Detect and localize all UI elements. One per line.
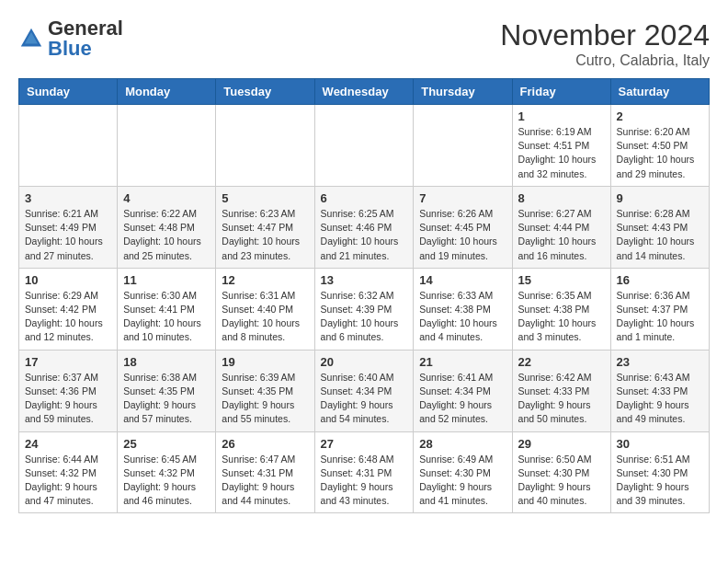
calendar-cell <box>216 105 314 187</box>
day-info: Sunrise: 6:29 AM Sunset: 4:42 PM Dayligh… <box>25 289 111 345</box>
calendar-cell: 11Sunrise: 6:30 AM Sunset: 4:41 PM Dayli… <box>118 268 216 350</box>
day-number: 5 <box>222 191 308 205</box>
page-header: General Blue November 2024 Cutro, Calabr… <box>18 18 710 69</box>
weekday-header: Saturday <box>610 79 709 105</box>
calendar-table: SundayMondayTuesdayWednesdayThursdayFrid… <box>18 78 710 513</box>
calendar-week-row: 10Sunrise: 6:29 AM Sunset: 4:42 PM Dayli… <box>19 268 710 350</box>
day-number: 9 <box>617 191 703 205</box>
calendar-week-row: 1Sunrise: 6:19 AM Sunset: 4:51 PM Daylig… <box>19 105 710 187</box>
weekday-header: Wednesday <box>314 79 414 105</box>
day-info: Sunrise: 6:25 AM Sunset: 4:46 PM Dayligh… <box>321 207 408 263</box>
calendar-cell: 17Sunrise: 6:37 AM Sunset: 4:36 PM Dayli… <box>19 350 118 431</box>
calendar-header-row: SundayMondayTuesdayWednesdayThursdayFrid… <box>19 79 710 105</box>
day-info: Sunrise: 6:36 AM Sunset: 4:37 PM Dayligh… <box>617 289 703 345</box>
calendar-cell: 16Sunrise: 6:36 AM Sunset: 4:37 PM Dayli… <box>610 268 709 350</box>
calendar-cell: 1Sunrise: 6:19 AM Sunset: 4:51 PM Daylig… <box>512 105 610 187</box>
day-info: Sunrise: 6:27 AM Sunset: 4:44 PM Dayligh… <box>518 207 605 263</box>
calendar-cell: 25Sunrise: 6:45 AM Sunset: 4:32 PM Dayli… <box>118 431 216 513</box>
calendar-cell: 3Sunrise: 6:21 AM Sunset: 4:49 PM Daylig… <box>19 186 118 268</box>
day-info: Sunrise: 6:51 AM Sunset: 4:30 PM Dayligh… <box>617 453 703 509</box>
day-number: 17 <box>25 355 111 369</box>
day-info: Sunrise: 6:48 AM Sunset: 4:31 PM Dayligh… <box>321 453 408 509</box>
day-info: Sunrise: 6:33 AM Sunset: 4:38 PM Dayligh… <box>419 289 506 345</box>
calendar-cell: 5Sunrise: 6:23 AM Sunset: 4:47 PM Daylig… <box>216 186 314 268</box>
day-info: Sunrise: 6:49 AM Sunset: 4:30 PM Dayligh… <box>419 453 506 509</box>
day-info: Sunrise: 6:31 AM Sunset: 4:40 PM Dayligh… <box>222 289 308 345</box>
day-info: Sunrise: 6:44 AM Sunset: 4:32 PM Dayligh… <box>25 453 111 509</box>
calendar-cell: 14Sunrise: 6:33 AM Sunset: 4:38 PM Dayli… <box>414 268 512 350</box>
day-info: Sunrise: 6:50 AM Sunset: 4:30 PM Dayligh… <box>518 453 605 509</box>
calendar-cell <box>314 105 414 187</box>
day-info: Sunrise: 6:26 AM Sunset: 4:45 PM Dayligh… <box>419 207 506 263</box>
day-info: Sunrise: 6:23 AM Sunset: 4:47 PM Dayligh… <box>222 207 308 263</box>
day-number: 23 <box>617 355 703 369</box>
calendar-cell: 21Sunrise: 6:41 AM Sunset: 4:34 PM Dayli… <box>414 350 512 431</box>
calendar-cell: 29Sunrise: 6:50 AM Sunset: 4:30 PM Dayli… <box>512 431 610 513</box>
day-info: Sunrise: 6:43 AM Sunset: 4:33 PM Dayligh… <box>617 371 703 427</box>
calendar-week-row: 17Sunrise: 6:37 AM Sunset: 4:36 PM Dayli… <box>19 350 710 431</box>
day-info: Sunrise: 6:39 AM Sunset: 4:35 PM Dayligh… <box>222 371 308 427</box>
day-info: Sunrise: 6:41 AM Sunset: 4:34 PM Dayligh… <box>419 371 506 427</box>
day-info: Sunrise: 6:20 AM Sunset: 4:50 PM Dayligh… <box>617 125 703 181</box>
day-info: Sunrise: 6:21 AM Sunset: 4:49 PM Dayligh… <box>25 207 111 263</box>
calendar-cell: 26Sunrise: 6:47 AM Sunset: 4:31 PM Dayli… <box>216 431 314 513</box>
day-number: 18 <box>123 355 210 369</box>
day-number: 12 <box>222 273 308 287</box>
day-number: 10 <box>25 273 111 287</box>
day-number: 26 <box>222 437 308 451</box>
logo-icon <box>18 26 44 52</box>
calendar-cell: 22Sunrise: 6:42 AM Sunset: 4:33 PM Dayli… <box>512 350 610 431</box>
day-number: 4 <box>123 191 210 205</box>
day-info: Sunrise: 6:30 AM Sunset: 4:41 PM Dayligh… <box>123 289 210 345</box>
day-number: 7 <box>419 191 506 205</box>
day-info: Sunrise: 6:37 AM Sunset: 4:36 PM Dayligh… <box>25 371 111 427</box>
title-block: November 2024 Cutro, Calabria, Italy <box>500 18 710 69</box>
day-number: 11 <box>123 273 210 287</box>
day-info: Sunrise: 6:28 AM Sunset: 4:43 PM Dayligh… <box>617 207 703 263</box>
day-number: 1 <box>518 109 605 123</box>
calendar-cell: 2Sunrise: 6:20 AM Sunset: 4:50 PM Daylig… <box>610 105 709 187</box>
day-info: Sunrise: 6:35 AM Sunset: 4:38 PM Dayligh… <box>518 289 605 345</box>
day-info: Sunrise: 6:45 AM Sunset: 4:32 PM Dayligh… <box>123 453 210 509</box>
month-title: November 2024 <box>500 18 710 52</box>
day-number: 3 <box>25 191 111 205</box>
weekday-header: Friday <box>512 79 610 105</box>
calendar-cell <box>118 105 216 187</box>
calendar-cell: 19Sunrise: 6:39 AM Sunset: 4:35 PM Dayli… <box>216 350 314 431</box>
weekday-header: Thursday <box>414 79 512 105</box>
day-info: Sunrise: 6:40 AM Sunset: 4:34 PM Dayligh… <box>321 371 408 427</box>
day-number: 16 <box>617 273 703 287</box>
day-number: 24 <box>25 437 111 451</box>
day-info: Sunrise: 6:47 AM Sunset: 4:31 PM Dayligh… <box>222 453 308 509</box>
calendar-cell: 4Sunrise: 6:22 AM Sunset: 4:48 PM Daylig… <box>118 186 216 268</box>
day-number: 6 <box>321 191 408 205</box>
calendar-cell: 13Sunrise: 6:32 AM Sunset: 4:39 PM Dayli… <box>314 268 414 350</box>
calendar-cell: 27Sunrise: 6:48 AM Sunset: 4:31 PM Dayli… <box>314 431 414 513</box>
calendar-cell: 18Sunrise: 6:38 AM Sunset: 4:35 PM Dayli… <box>118 350 216 431</box>
day-info: Sunrise: 6:38 AM Sunset: 4:35 PM Dayligh… <box>123 371 210 427</box>
calendar-cell: 10Sunrise: 6:29 AM Sunset: 4:42 PM Dayli… <box>19 268 118 350</box>
calendar-cell: 30Sunrise: 6:51 AM Sunset: 4:30 PM Dayli… <box>610 431 709 513</box>
day-number: 21 <box>419 355 506 369</box>
day-number: 25 <box>123 437 210 451</box>
day-info: Sunrise: 6:22 AM Sunset: 4:48 PM Dayligh… <box>123 207 210 263</box>
day-number: 22 <box>518 355 605 369</box>
calendar-cell: 15Sunrise: 6:35 AM Sunset: 4:38 PM Dayli… <box>512 268 610 350</box>
day-number: 19 <box>222 355 308 369</box>
location: Cutro, Calabria, Italy <box>500 52 710 69</box>
day-number: 13 <box>321 273 408 287</box>
calendar-cell <box>414 105 512 187</box>
calendar-cell: 23Sunrise: 6:43 AM Sunset: 4:33 PM Dayli… <box>610 350 709 431</box>
day-number: 30 <box>617 437 703 451</box>
calendar-cell: 8Sunrise: 6:27 AM Sunset: 4:44 PM Daylig… <box>512 186 610 268</box>
day-info: Sunrise: 6:32 AM Sunset: 4:39 PM Dayligh… <box>321 289 408 345</box>
day-number: 8 <box>518 191 605 205</box>
day-number: 20 <box>321 355 408 369</box>
day-info: Sunrise: 6:19 AM Sunset: 4:51 PM Dayligh… <box>518 125 605 181</box>
calendar-cell: 12Sunrise: 6:31 AM Sunset: 4:40 PM Dayli… <box>216 268 314 350</box>
weekday-header: Monday <box>118 79 216 105</box>
day-info: Sunrise: 6:42 AM Sunset: 4:33 PM Dayligh… <box>518 371 605 427</box>
calendar-cell: 7Sunrise: 6:26 AM Sunset: 4:45 PM Daylig… <box>414 186 512 268</box>
calendar-cell: 24Sunrise: 6:44 AM Sunset: 4:32 PM Dayli… <box>19 431 118 513</box>
calendar-week-row: 3Sunrise: 6:21 AM Sunset: 4:49 PM Daylig… <box>19 186 710 268</box>
